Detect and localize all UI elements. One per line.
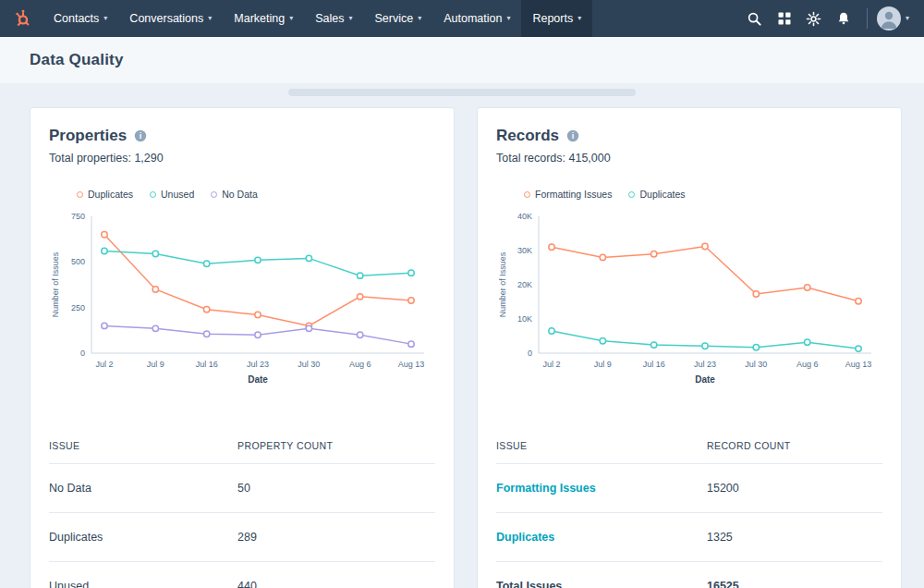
collapsed-panel-handle	[288, 89, 636, 96]
records-table: ISSUERECORD COUNTFormatting Issues15200D…	[496, 433, 882, 588]
cards-row: Properties i Total properties: 1,290 Dup…	[0, 107, 924, 588]
y-tick-label: 750	[71, 212, 85, 221]
y-axis-title: Number of Issues	[51, 251, 60, 317]
legend-item-no-data[interactable]: No Data	[211, 189, 258, 200]
nav-item-marketing[interactable]: Marketing▾	[223, 0, 304, 37]
nav-item-sales[interactable]: Sales▾	[304, 0, 363, 37]
column-header-count: RECORD COUNT	[707, 440, 882, 451]
legend-item-formatting-issues[interactable]: Formatting Issues	[524, 189, 612, 200]
data-point-duplicates	[702, 343, 708, 349]
table-header-row: ISSUERECORD COUNT	[496, 433, 882, 464]
table-row-unused: Unused440	[49, 562, 435, 588]
data-point-no-data	[102, 323, 107, 328]
legend-item-duplicates[interactable]: Duplicates	[628, 189, 685, 200]
table-row-total-issues: Total Issues16525	[496, 562, 882, 588]
data-point-duplicates	[549, 328, 554, 334]
series-line-formatting-issues	[552, 247, 858, 301]
y-tick-label: 20K	[517, 280, 532, 289]
svg-text:i: i	[572, 131, 575, 141]
data-point-formatting-issues	[549, 244, 554, 250]
nav-item-label: Automation	[444, 12, 502, 25]
chevron-down-icon: ▾	[103, 15, 107, 22]
nav-item-service[interactable]: Service▾	[363, 0, 432, 37]
bell-icon	[836, 11, 851, 26]
x-tick-label: Jul 23	[694, 360, 716, 369]
nav-item-automation[interactable]: Automation▾	[432, 0, 521, 37]
x-tick-label: Aug 6	[796, 360, 819, 369]
sprocket-icon	[13, 8, 33, 29]
data-point-duplicates	[856, 346, 861, 351]
x-tick-label: Jul 9	[147, 360, 164, 369]
y-tick-label: 0	[528, 349, 532, 358]
line-chart-svg: 0250500750Jul 2Jul 9Jul 16Jul 23Jul 30Au…	[49, 207, 437, 394]
info-icon[interactable]: i	[566, 129, 579, 142]
data-point-unused	[152, 251, 158, 256]
legend-item-unused[interactable]: Unused	[150, 189, 194, 200]
data-point-formatting-issues	[804, 285, 809, 290]
data-point-duplicates	[650, 342, 656, 348]
issue-label: Total Issues	[496, 580, 707, 588]
nav-item-label: Service	[374, 12, 413, 25]
main-nav: Contacts▾Conversations▾Marketing▾Sales▾S…	[43, 0, 592, 37]
legend-marker-icon	[77, 191, 83, 198]
properties-card: Properties i Total properties: 1,290 Dup…	[30, 107, 455, 588]
data-point-unused	[408, 270, 414, 276]
line-chart-svg: 010K20K30K40KJul 2Jul 9Jul 16Jul 23Jul 3…	[496, 207, 884, 394]
legend-marker-icon	[211, 191, 217, 198]
hubspot-logo[interactable]	[9, 0, 43, 37]
marketplace-button[interactable]	[771, 5, 798, 32]
search-icon	[747, 11, 762, 27]
nav-item-label: Sales	[315, 12, 344, 25]
nav-item-reports[interactable]: Reports▾	[521, 0, 592, 37]
svg-text:i: i	[140, 131, 142, 141]
x-tick-label: Jul 16	[196, 360, 218, 369]
issue-label: No Data	[49, 482, 237, 495]
data-point-unused	[102, 248, 107, 253]
y-tick-label: 250	[71, 303, 85, 312]
nav-item-conversations[interactable]: Conversations▾	[118, 0, 223, 37]
issue-label: Unused	[49, 580, 237, 588]
nav-item-contacts[interactable]: Contacts▾	[43, 0, 118, 37]
chart-legend: Formatting IssuesDuplicates	[524, 189, 882, 200]
y-tick-label: 500	[71, 257, 85, 266]
count-value: 440	[237, 580, 435, 588]
x-tick-label: Jul 2	[95, 360, 113, 369]
main-content: Properties i Total properties: 1,290 Dup…	[0, 89, 924, 588]
nav-item-label: Marketing	[234, 12, 285, 25]
chevron-down-icon: ▾	[906, 15, 909, 22]
nav-item-label: Conversations	[129, 12, 203, 25]
table-row-no-data: No Data50	[49, 464, 435, 513]
count-value: 50	[237, 482, 435, 495]
settings-button[interactable]	[800, 5, 828, 32]
avatar	[877, 6, 901, 31]
info-icon[interactable]: i	[134, 129, 147, 142]
navbar-right: ▾	[741, 0, 913, 37]
notifications-button[interactable]	[830, 5, 857, 32]
data-point-duplicates	[804, 339, 809, 345]
navbar-left: Contacts▾Conversations▾Marketing▾Sales▾S…	[9, 0, 592, 37]
data-point-unused	[203, 261, 209, 266]
user-icon	[877, 6, 901, 31]
table-row-duplicates: Duplicates1325	[496, 513, 882, 562]
card-subtitle: Total properties: 1,290	[49, 152, 435, 165]
data-point-duplicates	[600, 337, 605, 343]
gear-icon	[806, 11, 821, 27]
data-point-no-data	[203, 331, 209, 337]
data-point-duplicates	[203, 306, 209, 312]
account-menu[interactable]: ▾	[877, 6, 913, 31]
card-title: Records	[496, 127, 559, 145]
legend-item-duplicates[interactable]: Duplicates	[77, 189, 133, 200]
data-point-duplicates	[102, 232, 107, 238]
legend-label: Formatting Issues	[535, 189, 612, 200]
search-button[interactable]	[741, 5, 769, 32]
y-tick-label: 30K	[517, 246, 532, 255]
issue-link[interactable]: Duplicates	[496, 531, 707, 544]
table-header-row: ISSUEPROPERTY COUNT	[49, 433, 435, 464]
legend-marker-icon	[150, 191, 156, 198]
count-value: 289	[237, 531, 435, 544]
issue-link[interactable]: Formatting Issues	[496, 482, 707, 495]
data-point-no-data	[357, 332, 362, 337]
data-point-duplicates	[255, 312, 261, 317]
properties-line-chart: 0250500750Jul 2Jul 9Jul 16Jul 23Jul 30Au…	[49, 207, 435, 398]
page-header: Data Quality	[0, 37, 924, 83]
